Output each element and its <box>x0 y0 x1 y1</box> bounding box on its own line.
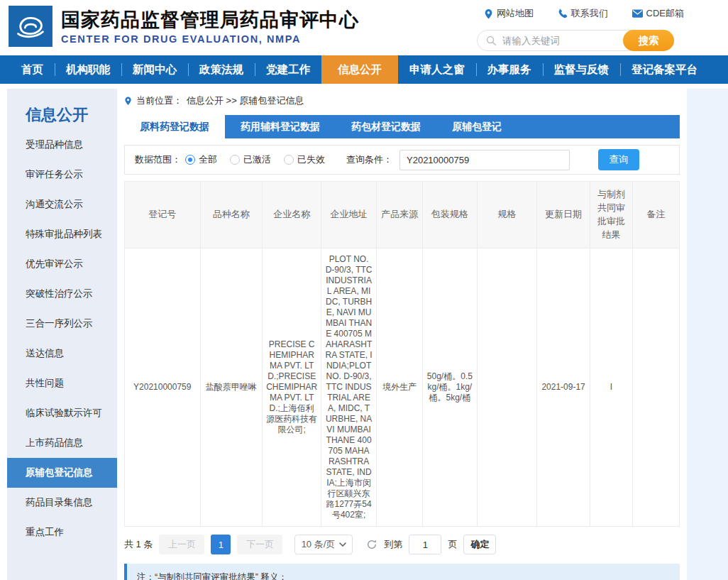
radio-option-all[interactable]: 全部 <box>185 153 217 166</box>
nav-item-party[interactable]: 党建工作 <box>255 55 321 84</box>
right-background-strip <box>687 89 728 580</box>
nav-item-label: 监督与反馈 <box>554 62 610 77</box>
nav-item-info-disclosure[interactable]: 信息公开 <box>321 55 398 84</box>
tab-raw-material-packaging[interactable]: 原辅包登记 <box>436 115 517 138</box>
col-spec: 规格 <box>477 182 536 248</box>
cell-joint-review-result: I <box>590 248 632 527</box>
nav-item-label: 政策法规 <box>199 62 243 77</box>
query-input[interactable] <box>399 150 570 170</box>
phone-icon <box>558 9 568 18</box>
cde-logo-icon <box>9 6 53 47</box>
site-brand: 国家药品监督管理局药品审评中心 CENTER FOR DRUG EVALUATI… <box>9 6 359 47</box>
search-input[interactable] <box>502 35 623 46</box>
quick-links: 网站地图 联系我们 CDE邮箱 <box>471 6 684 20</box>
cell-product-source: 境外生产 <box>376 248 422 527</box>
prev-page-button[interactable]: 上一页 <box>159 535 204 554</box>
sidebar-item-common-issues[interactable]: 共性问题 <box>7 368 117 398</box>
sidebar-item-marketed-drugs[interactable]: 上市药品信息 <box>7 428 117 458</box>
nav-item-services[interactable]: 办事服务 <box>476 55 543 84</box>
scope-radio-group: 全部 已激活 已失效 <box>185 153 325 166</box>
header-right: 网站地图 联系我们 CDE邮箱 搜索 <box>471 6 684 20</box>
search-button[interactable]: 搜索 <box>623 30 674 51</box>
sidebar-item-raw-material-registration[interactable]: 原辅包登记信息 <box>7 458 117 488</box>
col-product-source: 产品来源 <box>376 182 422 248</box>
query-group: 查询条件： <box>346 150 570 170</box>
radio-expired-label: 已失效 <box>297 153 325 166</box>
nav-item-label: 新闻中心 <box>133 62 177 77</box>
tab-api-registration[interactable]: 原料药登记数据 <box>124 115 225 138</box>
main-area: 信息公开 受理品种信息 审评任务公示 沟通交流公示 特殊审批品种列表 优先审评公… <box>0 89 728 580</box>
cell-remarks <box>632 248 679 527</box>
sidebar-item-accepted-varieties[interactable]: 受理品种信息 <box>7 130 117 160</box>
query-button[interactable]: 查询 <box>598 149 639 170</box>
sidebar-item-breakthrough-therapy[interactable]: 突破性治疗公示 <box>7 279 117 309</box>
nav-item-supervision[interactable]: 监督与反馈 <box>543 55 621 84</box>
goto-label: 到第 <box>384 538 402 551</box>
location-icon <box>124 96 132 106</box>
cell-variety-name: 盐酸萘甲唑啉 <box>200 248 262 527</box>
location-pin-icon <box>484 9 493 19</box>
page-size-select[interactable]: 10 条/页 <box>294 535 353 554</box>
col-remarks: 备注 <box>632 182 679 248</box>
filter-bar: 数据范围： 全部 已激活 已失效 查询条件： 查询 <box>124 145 680 175</box>
radio-option-activated[interactable]: 已激活 <box>230 153 271 166</box>
note-title: 注：“与制剂共同审评审批结果” 释义： <box>137 570 670 580</box>
sitemap-link[interactable]: 网站地图 <box>484 7 534 20</box>
page-number-button[interactable]: 1 <box>211 535 231 554</box>
nav-item-policies[interactable]: 政策法规 <box>188 55 255 84</box>
cde-mail-link-label: CDE邮箱 <box>646 7 684 20</box>
radio-option-expired[interactable]: 已失效 <box>284 153 325 166</box>
breadcrumb-prefix: 当前位置： <box>136 94 182 107</box>
cde-mail-link[interactable]: CDE邮箱 <box>632 7 684 20</box>
refresh-button[interactable] <box>366 539 377 550</box>
cell-registration-no: Y20210000759 <box>125 248 201 527</box>
sidebar-item-clinical-trial[interactable]: 临床试验默示许可 <box>7 398 117 428</box>
goto-confirm-button[interactable]: 确定 <box>463 535 496 554</box>
tab-excipient-registration[interactable]: 药用辅料登记数据 <box>225 115 336 138</box>
nav-item-applicant[interactable]: 申请人之窗 <box>398 55 476 84</box>
radio-expired[interactable] <box>284 155 294 165</box>
col-packaging-spec: 包装规格 <box>423 182 477 248</box>
sidebar-item-delivery-info[interactable]: 送达信息 <box>7 339 117 368</box>
search-icon <box>486 35 497 46</box>
contact-link[interactable]: 联系我们 <box>558 7 608 20</box>
goto-page-input[interactable] <box>409 535 441 554</box>
cell-company-address: PLOT NO. D-90/3, TTC INDUSTRIAL AREA, MI… <box>321 248 376 527</box>
cell-spec <box>477 248 536 527</box>
nav-item-registration-platform[interactable]: 登记备案平台 <box>620 55 709 84</box>
radio-activated[interactable] <box>230 155 240 165</box>
col-company-address: 企业地址 <box>321 182 376 248</box>
radio-activated-label: 已激活 <box>243 153 271 166</box>
site-subtitle: CENTER FOR DRUG EVALUATION, NMPA <box>61 33 359 45</box>
nav-item-news[interactable]: 新闻中心 <box>121 55 188 84</box>
cell-packaging-spec: 50g/桶。0.5kg/桶。1kg/桶。5kg/桶 <box>423 248 477 527</box>
page-size-value: 10 条/页 <box>302 538 336 551</box>
breadcrumb: 当前位置：信息公开 >> 原辅包登记信息 <box>124 94 680 107</box>
col-update-date: 更新日期 <box>536 182 590 248</box>
sidebar-item-drug-catalog[interactable]: 药品目录集信息 <box>7 488 117 518</box>
nav-item-functions[interactable]: 机构职能 <box>55 55 121 84</box>
legend-note: 注：“与制剂共同审评审批结果” 释义： 符号 代表含义 A 已批准在上市制剂使用… <box>124 564 680 580</box>
results-table: 登记号 品种名称 企业名称 企业地址 产品来源 包装规格 规格 更新日期 与制剂… <box>124 181 680 527</box>
sidebar-item-key-work[interactable]: 重点工作 <box>7 518 117 547</box>
sitemap-link-label: 网站地图 <box>497 7 534 20</box>
col-company-name: 企业名称 <box>262 182 321 248</box>
nav-item-label: 登记备案平台 <box>632 62 697 77</box>
next-page-button[interactable]: 下一页 <box>237 535 282 554</box>
nav-item-label: 申请人之窗 <box>409 62 465 77</box>
pagination: 共 1 条 上一页 1 下一页 10 条/页 到第 页 确定 <box>124 535 680 554</box>
chevron-down-icon <box>339 542 346 547</box>
sidebar-item-special-approval[interactable]: 特殊审批品种列表 <box>7 219 117 249</box>
sidebar-item-communication[interactable]: 沟通交流公示 <box>7 190 117 219</box>
sidebar-item-priority-review[interactable]: 优先审评公示 <box>7 249 117 279</box>
sidebar-item-three-in-one[interactable]: 三合一序列公示 <box>7 309 117 339</box>
contact-link-label: 联系我们 <box>571 7 608 20</box>
nav-item-label: 办事服务 <box>487 62 531 77</box>
nav-item-home[interactable]: 首页 <box>10 55 55 84</box>
nav-item-label: 首页 <box>21 62 43 77</box>
mail-icon <box>632 9 643 18</box>
tab-packaging-registration[interactable]: 药包材登记数据 <box>336 115 436 138</box>
cell-update-date: 2021-09-17 <box>536 248 590 527</box>
sidebar-item-review-tasks[interactable]: 审评任务公示 <box>7 160 117 190</box>
radio-all[interactable] <box>185 155 195 165</box>
